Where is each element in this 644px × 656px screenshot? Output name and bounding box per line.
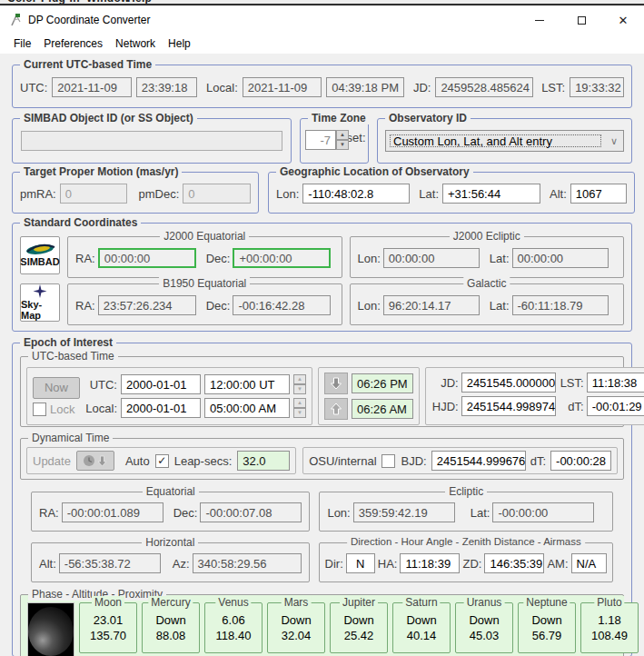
epoch-hjd: 2451544.998974: [461, 396, 556, 416]
planet-phase-altitude: Down: [155, 613, 185, 627]
menu-preferences[interactable]: Preferences: [37, 35, 109, 53]
osu-internal-checkbox[interactable]: [381, 454, 395, 468]
lat-label: Lat:: [471, 506, 490, 520]
menu-help[interactable]: Help: [162, 35, 197, 53]
close-button[interactable]: ✕: [602, 6, 644, 34]
menubar: File Preferences Network Help: [0, 34, 644, 54]
dec-label: Dec:: [206, 252, 231, 265]
leap-secs-label: Leap-secs:: [174, 454, 233, 468]
planet-list: Moon23.01135.70MercuryDown88.08Venus6.06…: [79, 595, 639, 653]
observatory-selected: Custom Lon, Lat, and Alt entry: [388, 133, 603, 149]
planet-proximity: 56.79: [532, 629, 562, 642]
menu-network[interactable]: Network: [109, 35, 162, 53]
planet-venus: Venus6.06118.40: [204, 602, 263, 653]
subgroup-title: J2000 Equatorial: [160, 230, 249, 243]
utc-offset-spinner[interactable]: ▲ ▼: [336, 130, 349, 150]
maximize-icon: [578, 16, 586, 25]
auto-checkbox[interactable]: ✓: [155, 454, 169, 468]
spin-down-icon[interactable]: ▼: [336, 140, 349, 150]
subgroup-title: Galactic: [463, 277, 510, 290]
latitude-input[interactable]: +31:56:44: [442, 184, 540, 204]
now-button[interactable]: Now: [33, 377, 80, 399]
horizontal-az: 340:58:29.56: [193, 553, 302, 573]
epoch-hjd-label: HJD:: [431, 400, 459, 413]
group-standard-coordinates: Standard Coordinates SIMBAD J2000 Equato…: [12, 223, 632, 332]
planet-mercury: MercuryDown88.08: [142, 602, 200, 653]
b1950-dec: -00:16:42.28: [233, 295, 331, 315]
planet-name: Saturn: [402, 596, 440, 609]
epoch-local-time[interactable]: 05:00:00 AM: [204, 398, 290, 418]
epoch-jd[interactable]: 2451545.000000: [461, 373, 556, 393]
lat-label: Lat:: [490, 299, 510, 313]
sunset-button[interactable]: [324, 373, 348, 394]
group-geographic-location: Geographic Location of Observatory Lon: …: [268, 172, 635, 214]
maximize-button[interactable]: [560, 6, 602, 34]
leap-secs-input[interactable]: 32.0: [237, 451, 290, 471]
lon-label: Lon:: [327, 506, 350, 520]
planet-phase-altitude: 6.06: [222, 613, 244, 627]
epoch-utc-spinner[interactable]: ▲ ▼: [293, 374, 306, 394]
subgroup-title: Dynamical Time: [28, 432, 113, 444]
epoch-utc-date[interactable]: 2000-01-01: [121, 374, 201, 394]
group-title: Observatory ID: [385, 112, 471, 124]
epoch-lst: 11:18:38: [587, 373, 644, 393]
epoch-jd-label: JD:: [431, 376, 459, 390]
jd-label: JD:: [413, 81, 431, 94]
current-lst: 19:33:32: [570, 77, 624, 97]
update-button[interactable]: [76, 451, 114, 471]
planet-saturn: SaturnDown40.14: [392, 602, 451, 653]
menu-file[interactable]: File: [7, 35, 37, 53]
epoch-utc-time[interactable]: 12:00:00 UT: [204, 374, 290, 394]
moon-phase-image: [27, 602, 74, 656]
direction-field: N: [346, 553, 375, 573]
planet-proximity: 25.42: [344, 629, 374, 642]
lock-checkbox[interactable]: [33, 403, 46, 416]
longitude-input[interactable]: -110:48:02.8: [302, 184, 410, 204]
subgroup-title: Ecliptic: [445, 485, 487, 498]
epoch-utc-label: UTC:: [84, 378, 117, 392]
epoch-local-label: Local:: [84, 402, 117, 415]
minimize-button[interactable]: [519, 6, 560, 34]
galactic-lon: 96:20:14.17: [383, 295, 480, 315]
epoch-local-date[interactable]: 2000-01-01: [121, 398, 201, 418]
background-window-edge: [0, 4, 644, 5]
simbad-object-id-input[interactable]: [21, 131, 282, 151]
planet-name: Mercury: [148, 596, 193, 609]
epoch-ecliptic-lon: 359:59:42.19: [353, 502, 455, 522]
lock-label: Lock: [50, 403, 74, 416]
utc-offset-value[interactable]: -7: [305, 130, 336, 150]
current-utc-time: 23:39:18: [136, 77, 197, 97]
planet-phase-altitude: Down: [281, 613, 311, 627]
skymap-star-icon: [32, 284, 48, 298]
update-label: Update: [33, 454, 71, 468]
j2000-dec-input[interactable]: +00:00:00: [233, 248, 331, 268]
epoch-lst-label: LST:: [559, 376, 584, 390]
j2000-ra-input[interactable]: 00:00:00: [98, 248, 196, 268]
chevron-down-icon[interactable]: ∨: [605, 135, 623, 147]
ra-label: RA:: [75, 252, 95, 265]
lst-label: LST:: [541, 81, 565, 94]
am-label: AM:: [547, 557, 568, 571]
ra-label: RA:: [39, 506, 59, 520]
j2000-ecliptic-lon: 00:00:00: [383, 248, 480, 268]
subgroup-epoch-equatorial: Equatorial RA: -00:00:01.089 Dec: -00:00…: [31, 492, 310, 532]
spin-up-icon[interactable]: ▲: [336, 130, 349, 140]
dec-label: Dec:: [173, 506, 198, 520]
epoch-local-spinner[interactable]: ▲ ▼: [293, 398, 306, 418]
spin-down-icon[interactable]: ▼: [293, 408, 306, 418]
window-title: DP Coordinate Converter: [28, 14, 519, 26]
observatory-combobox[interactable]: Custom Lon, Lat, and Alt entry ∨: [385, 130, 624, 152]
spin-up-icon[interactable]: ▲: [293, 374, 306, 384]
group-observatory-id: Observatory ID Custom Lon, Lat, and Alt …: [377, 118, 632, 164]
ha-label: HA:: [378, 557, 398, 571]
spin-down-icon[interactable]: ▼: [293, 384, 306, 394]
bjd-field: 2451544.999676: [431, 451, 526, 471]
spin-up-icon[interactable]: ▲: [293, 398, 306, 408]
sunrise-button[interactable]: [324, 398, 348, 420]
simbad-button[interactable]: SIMBAD: [20, 236, 60, 274]
skymap-button[interactable]: Sky-Map: [20, 283, 60, 322]
subgroup-title: B1950 Equatorial: [159, 277, 250, 290]
epoch-equatorial-ra: -00:00:01.089: [62, 502, 163, 522]
b1950-ra: 23:57:26.234: [98, 295, 196, 315]
altitude-input[interactable]: 1067: [570, 184, 627, 204]
